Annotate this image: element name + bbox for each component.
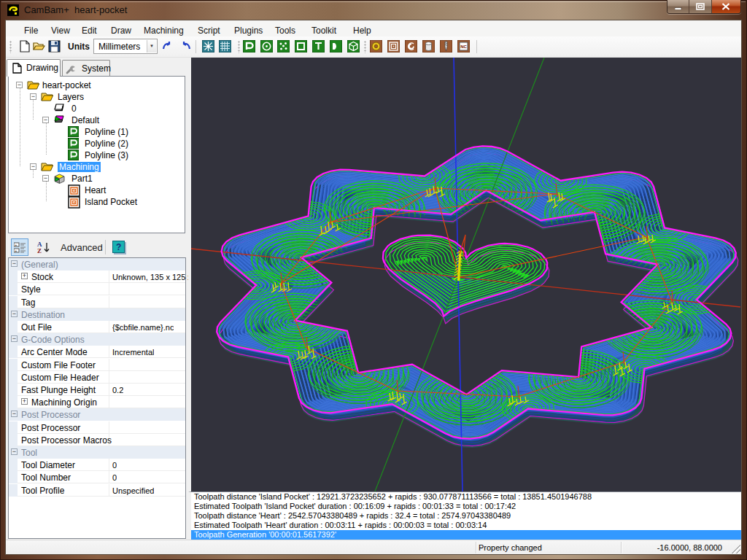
svg-text:+: + xyxy=(15,249,18,253)
svg-text:Z: Z xyxy=(37,247,42,254)
svg-text:NC: NC xyxy=(460,44,467,49)
svg-text:+: + xyxy=(15,243,18,247)
